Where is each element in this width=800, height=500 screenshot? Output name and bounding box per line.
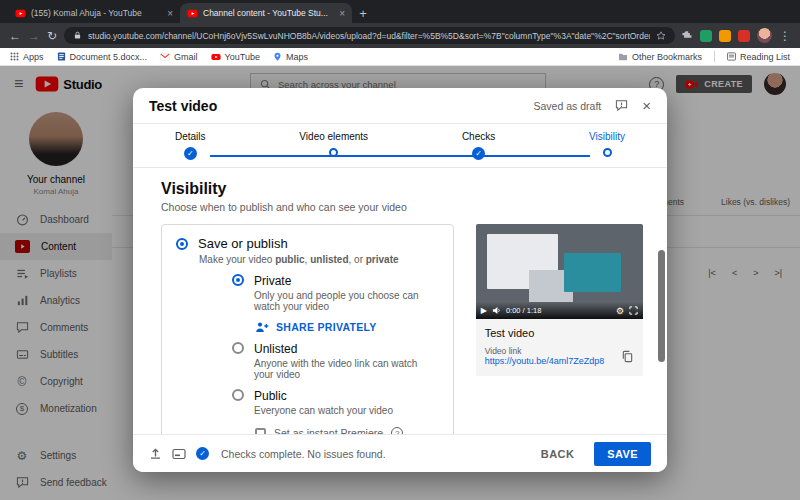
public-radio[interactable] [232,389,244,401]
document-icon [57,52,66,61]
preview-video-title: Test video [485,327,634,339]
bookmark-gmail[interactable]: Gmail [160,52,198,62]
extension-icon[interactable] [700,30,712,42]
checks-status-text: Checks complete. No issues found. [221,448,386,460]
step-dot-icon [603,148,612,157]
option-public[interactable]: Public Everyone can watch your video [232,389,439,416]
folder-icon [618,53,628,61]
option-label: Public [254,389,393,403]
step-video-elements[interactable]: Video elements [299,131,368,167]
desc-text: Make your video [199,254,275,265]
dialog-body: Visibility Choose when to publish and wh… [133,168,667,434]
browser-toolbar: ← → ↻ studio.youtube.com/channel/UCoHnj6… [0,23,800,48]
option-label: Private [254,274,439,288]
maps-pin-icon [273,52,282,61]
browser-menu-icon[interactable]: ⋮ [779,30,791,42]
player-settings-icon[interactable]: ⚙ [616,306,624,316]
save-or-publish-radio[interactable] [176,238,188,250]
browser-profile-avatar[interactable] [757,28,772,43]
send-feedback-icon[interactable] [615,99,628,112]
play-icon[interactable]: ▶ [481,306,487,315]
saved-status: Saved as draft [534,100,602,112]
youtube-favicon [15,8,26,19]
step-visibility[interactable]: Visibility [589,131,625,167]
back-button[interactable]: BACK [531,442,584,466]
video-link[interactable]: https://youtu.be/4aml7ZeZdp8 [485,356,613,366]
reload-icon[interactable]: ↻ [47,30,57,42]
extension-icon[interactable] [738,30,750,42]
option-private[interactable]: Private Only you and people you choose c… [232,274,439,312]
new-tab-button[interactable]: + [352,3,374,23]
desc-bold: private [366,254,399,265]
extension-icon[interactable] [719,30,731,42]
bookmarks-bar: Apps Document 5.docx... Gmail YouTube Ma… [0,48,800,66]
bookmark-document[interactable]: Document 5.docx... [57,52,148,62]
video-preview-card: ▶ 0:00 / 1:18 ⚙ [476,224,643,376]
step-details[interactable]: Details ✓ [175,131,206,167]
dialog-title: Test video [149,98,520,114]
upload-dialog: Test video Saved as draft × Details ✓ Vi… [133,88,667,472]
reading-list[interactable]: Reading List [727,52,790,62]
person-add-icon [255,321,269,333]
bookmark-label: Gmail [174,52,198,62]
bookmark-label: Document 5.docx... [70,52,148,62]
bookmark-star-icon[interactable] [656,31,666,41]
bookmark-label: Apps [23,52,44,62]
dialog-scrollbar[interactable] [658,250,665,362]
bookmark-youtube[interactable]: YouTube [211,52,260,62]
upload-stepper: Details ✓ Video elements Checks ✓ Visibi… [133,124,667,168]
section-title: Visibility [161,180,643,198]
step-label: Details [175,131,206,142]
step-label: Visibility [589,131,625,142]
upload-status-icon [149,447,162,460]
apps-shortcut[interactable]: Apps [10,52,44,62]
bookmark-label: Maps [286,52,308,62]
browser-tab-channel-content[interactable]: Channel content - YouTube Stu... × [180,3,352,23]
bookmark-maps[interactable]: Maps [273,52,308,62]
save-or-publish-box: Save or publish Make your video public, … [161,224,454,453]
thumbnail-window [564,253,621,293]
option-desc: Anyone with the video link can watch you… [254,358,439,380]
tab-close-icon[interactable]: × [339,8,345,19]
back-icon[interactable]: ← [9,30,21,42]
step-checks[interactable]: Checks ✓ [462,131,495,167]
bookmark-label: Other Bookmarks [632,52,702,62]
save-or-publish-desc: Make your video public, unlisted, or pri… [199,254,439,265]
step-dot-icon [329,148,338,157]
player-controls: ▶ 0:00 / 1:18 ⚙ [476,302,643,319]
other-bookmarks[interactable]: Other Bookmarks [618,52,702,62]
stepper-line [210,155,590,157]
option-label: Unlisted [254,342,439,356]
extensions-puzzle-icon[interactable] [682,30,693,41]
dialog-header: Test video Saved as draft × [133,88,667,124]
gmail-icon [160,53,170,61]
save-button[interactable]: SAVE [594,442,651,466]
browser-tab-youtube[interactable]: (155) Komal Ahuja - YouTube × [8,3,180,23]
private-radio[interactable] [232,274,244,286]
share-privately-button[interactable]: SHARE PRIVATELY [255,321,439,333]
lock-icon [73,31,82,40]
unlisted-radio[interactable] [232,342,244,354]
video-thumbnail[interactable]: ▶ 0:00 / 1:18 ⚙ [476,224,643,319]
divider [714,51,715,62]
copy-link-icon[interactable] [621,350,634,363]
desc-text: , or [349,254,366,265]
video-link-label: Video link [485,346,613,356]
close-icon[interactable]: × [642,97,651,114]
tab-title: Channel content - YouTube Stu... [203,8,334,18]
tab-close-icon[interactable]: × [167,8,173,19]
save-or-publish-title: Save or publish [198,236,288,251]
bookmark-label: YouTube [225,52,260,62]
step-label: Checks [462,131,495,142]
address-bar[interactable]: studio.youtube.com/channel/UCoHnj6oVjv5S… [64,27,675,44]
forward-icon[interactable]: → [28,30,40,42]
option-unlisted[interactable]: Unlisted Anyone with the video link can … [232,342,439,380]
fullscreen-icon[interactable] [629,306,638,315]
bookmark-label: Reading List [740,52,790,62]
step-check-icon: ✓ [184,147,197,160]
volume-icon[interactable] [492,306,501,315]
option-desc: Everyone can watch your video [254,405,393,416]
tab-title: (155) Komal Ahuja - YouTube [31,8,162,18]
step-check-icon: ✓ [472,147,485,160]
share-privately-label: SHARE PRIVATELY [276,321,377,333]
